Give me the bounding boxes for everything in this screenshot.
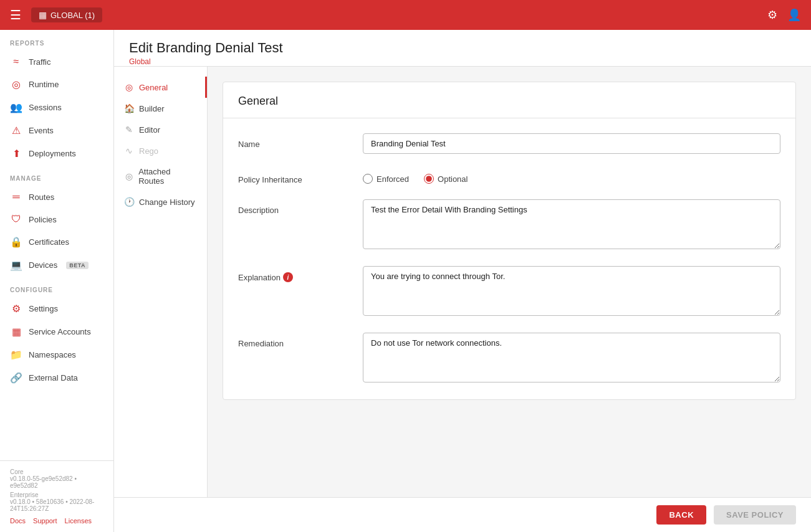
remediation-textarea[interactable] — [363, 333, 780, 382]
remediation-label: Remediation — [238, 333, 363, 348]
explanation-info-icon[interactable]: i — [283, 272, 293, 282]
beta-badge: BETA — [66, 262, 89, 269]
policy-inheritance-field: Enforced Optional — [363, 169, 780, 184]
hamburger-icon[interactable]: ☰ — [10, 7, 21, 22]
user-icon[interactable]: 👤 — [787, 8, 801, 22]
sidebar-item-external-data[interactable]: 🔗 External Data — [0, 366, 113, 389]
certificates-icon: 🔒 — [10, 236, 22, 248]
sidebar-item-devices[interactable]: 💻 Devices BETA — [0, 254, 113, 277]
settings-icon[interactable]: ⚙ — [767, 8, 777, 22]
description-row: Description — [238, 199, 780, 251]
enterprise-label: Enterprise — [10, 492, 103, 498]
sidebar-item-settings[interactable]: ⚙ Settings — [0, 297, 113, 320]
core-version: v0.18.0-55-ge9e52d82 • e9e52d82 — [10, 475, 103, 489]
sidebar-item-service-accounts[interactable]: ▦ Service Accounts — [0, 320, 113, 343]
explanation-label-with-icon: Explanation i — [238, 272, 363, 282]
licenses-link[interactable]: Licenses — [65, 517, 92, 525]
brand-icon: ▦ — [39, 10, 47, 20]
sub-nav-label: Builder — [139, 104, 164, 113]
form-area: General Name Policy Inheritance — [208, 67, 811, 497]
sub-nav-label: Change History — [139, 197, 195, 207]
remediation-row: Remediation — [238, 333, 780, 384]
policies-icon: 🛡 — [10, 214, 22, 225]
enforced-option[interactable]: Enforced — [363, 174, 409, 184]
sidebar-item-label: Events — [29, 126, 54, 135]
sub-nav-item-builder[interactable]: 🏠 Builder — [114, 98, 207, 119]
enterprise-version: v0.18.0 • 58e10636 • 2022-08-24T15:26:27… — [10, 498, 103, 512]
enforced-radio[interactable] — [363, 174, 373, 184]
service-accounts-icon: ▦ — [10, 326, 22, 338]
sub-nav-item-rego[interactable]: ∿ Rego — [114, 140, 207, 161]
form-card-body: Name Policy Inheritance Enforc — [223, 118, 795, 399]
sub-nav-item-editor[interactable]: ✎ Editor — [114, 119, 207, 140]
topbar-brand[interactable]: ▦ GLOBAL (1) — [31, 7, 102, 22]
explanation-textarea[interactable] — [363, 266, 780, 316]
general-icon: ◎ — [124, 82, 134, 92]
content-area: Edit Branding Denial Test Global ◎ Gener… — [114, 30, 811, 532]
back-button[interactable]: BACK — [656, 505, 706, 525]
sidebar-item-certificates[interactable]: 🔒 Certificates — [0, 230, 113, 254]
sidebar-footer: Core v0.18.0-55-ge9e52d82 • e9e52d82 Ent… — [0, 460, 113, 532]
sidebar-item-label: Namespaces — [29, 350, 76, 359]
rego-icon: ∿ — [124, 146, 134, 156]
attached-routes-icon: ◎ — [124, 171, 133, 181]
form-section-title: General — [223, 82, 795, 118]
name-row: Name — [238, 133, 780, 154]
explanation-label-text: Explanation — [238, 273, 281, 282]
save-policy-button[interactable]: SAVE POLICY — [714, 505, 796, 525]
sub-nav-item-general[interactable]: ◎ General — [114, 77, 207, 98]
optional-radio[interactable] — [424, 174, 434, 184]
sidebar-item-events[interactable]: ⚠ Events — [0, 119, 113, 142]
support-link[interactable]: Support — [33, 517, 57, 525]
bottom-bar: BACK SAVE POLICY — [114, 497, 811, 532]
optional-option[interactable]: Optional — [424, 174, 468, 184]
sidebar-item-label: Policies — [29, 215, 57, 224]
sidebar-item-deployments[interactable]: ⬆ Deployments — [0, 142, 113, 165]
sidebar-item-label: Routes — [29, 192, 54, 202]
sidebar-item-label: Certificates — [29, 237, 69, 247]
traffic-icon: ≈ — [10, 56, 22, 67]
manage-section-label: MANAGE — [0, 165, 113, 186]
builder-icon: 🏠 — [124, 103, 134, 113]
sidebar-item-label: Traffic — [29, 57, 50, 67]
sidebar-item-label: Deployments — [29, 149, 76, 158]
gear-icon: ⚙ — [10, 303, 22, 315]
page-title: Edit Branding Denial Test — [129, 40, 796, 56]
sidebar-item-traffic[interactable]: ≈ Traffic — [0, 50, 113, 73]
reports-section-label: REPORTS — [0, 30, 113, 50]
breadcrumb: Global — [129, 57, 796, 66]
configure-section-label: CONFIGURE — [0, 277, 113, 297]
sidebar-item-label: Service Accounts — [29, 327, 91, 336]
editor-icon: ✎ — [124, 125, 134, 135]
namespaces-icon: 📁 — [10, 349, 22, 361]
sidebar-item-policies[interactable]: 🛡 Policies — [0, 208, 113, 230]
sidebar-item-namespaces[interactable]: 📁 Namespaces — [0, 343, 113, 366]
description-field — [363, 199, 780, 251]
sidebar-item-sessions[interactable]: 👥 Sessions — [0, 96, 113, 119]
explanation-label: Explanation i — [238, 266, 363, 282]
sidebar-item-runtime[interactable]: ◎ Runtime — [0, 73, 113, 96]
change-history-icon: 🕐 — [124, 197, 134, 207]
devices-icon: 💻 — [10, 259, 22, 271]
sidebar-item-routes[interactable]: ═ Routes — [0, 186, 113, 208]
remediation-field — [363, 333, 780, 384]
brand-label: GLOBAL (1) — [50, 11, 95, 20]
sub-nav: ◎ General 🏠 Builder ✎ Editor ∿ Rego ◎ — [114, 67, 208, 497]
deployments-icon: ⬆ — [10, 148, 22, 159]
routes-icon: ═ — [10, 191, 22, 202]
policy-inheritance-label: Policy Inheritance — [238, 169, 363, 184]
description-textarea[interactable] — [363, 199, 780, 249]
sub-nav-item-attached-routes[interactable]: ◎ Attached Routes — [114, 161, 207, 191]
topbar-left: ☰ ▦ GLOBAL (1) — [10, 7, 102, 22]
name-field — [363, 133, 780, 154]
docs-link[interactable]: Docs — [10, 517, 26, 525]
events-icon: ⚠ — [10, 125, 22, 136]
sidebar-item-label: Sessions — [29, 103, 62, 112]
description-label: Description — [238, 199, 363, 215]
external-data-icon: 🔗 — [10, 372, 22, 384]
form-card-general: General Name Policy Inheritance — [223, 82, 796, 400]
sidebar-item-label: External Data — [29, 373, 78, 382]
sub-nav-item-change-history[interactable]: 🕐 Change History — [114, 191, 207, 212]
name-input[interactable] — [363, 133, 780, 154]
sub-layout: ◎ General 🏠 Builder ✎ Editor ∿ Rego ◎ — [114, 67, 811, 497]
